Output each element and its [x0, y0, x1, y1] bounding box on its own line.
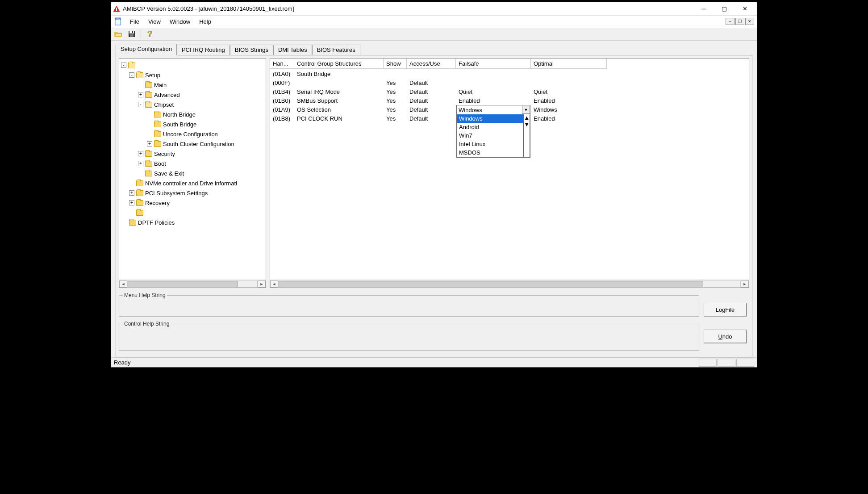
- tab-bios-features[interactable]: BIOS Features: [312, 45, 360, 55]
- scroll-right-button[interactable]: ►: [741, 280, 749, 288]
- mdi-restore-button[interactable]: ❐: [735, 18, 744, 25]
- col-optimal[interactable]: Optimal: [531, 59, 607, 69]
- scroll-thumb[interactable]: [279, 281, 703, 287]
- tree-node-recovery[interactable]: Recovery: [145, 200, 170, 206]
- dropdown-option[interactable]: Win7: [457, 131, 523, 140]
- tree-pane: - -Setup Main +Advanced -Chipset North B…: [119, 58, 266, 288]
- scroll-down-button[interactable]: ▼: [524, 121, 530, 128]
- table-hscroll[interactable]: ◄ ►: [270, 280, 749, 288]
- folder-icon: [154, 141, 161, 147]
- svg-rect-8: [130, 34, 134, 37]
- tree-node-south-bridge[interactable]: South Bridge: [163, 121, 196, 128]
- menu-window[interactable]: Window: [165, 17, 195, 26]
- dropdown-option[interactable]: MSDOS: [457, 148, 523, 157]
- maximize-button[interactable]: ▢: [714, 3, 734, 15]
- menu-file[interactable]: File: [125, 17, 144, 26]
- scroll-thumb[interactable]: [128, 281, 238, 287]
- table-row[interactable]: (01A0)South Bridge: [270, 69, 749, 78]
- tree-node-nvme[interactable]: NVMe controller and Drive informati: [145, 180, 237, 187]
- table-body: (01A0)South Bridge (000F)YesDefault (01B…: [270, 69, 749, 280]
- tree-node-north-bridge[interactable]: North Bridge: [163, 111, 196, 118]
- tree-node-save-exit[interactable]: Save & Exit: [154, 170, 184, 177]
- scroll-track[interactable]: [278, 280, 741, 288]
- undo-button[interactable]: Undo: [704, 330, 747, 343]
- dropdown-arrow-button[interactable]: ▼: [522, 106, 530, 114]
- table-row[interactable]: (01B4)Serial IRQ ModeYesDefaultQuietQuie…: [270, 87, 749, 96]
- tree-node-dptf[interactable]: DPTF Policies: [138, 219, 175, 226]
- tree-node-uncore[interactable]: Uncore Configuration: [163, 131, 218, 138]
- table-row[interactable]: (000F)YesDefault: [270, 78, 749, 87]
- expander-icon[interactable]: +: [138, 161, 143, 166]
- tab-dmi-tables[interactable]: DMI Tables: [273, 45, 312, 55]
- tab-bios-strings[interactable]: BIOS Strings: [230, 45, 273, 55]
- menu-help-group: Menu Help String: [119, 295, 699, 317]
- chevron-down-icon: ▼: [524, 108, 528, 112]
- save-disk-icon: [128, 30, 135, 38]
- expander-icon[interactable]: +: [138, 151, 143, 156]
- toolbar-separator: [141, 29, 141, 38]
- mdi-minimize-button[interactable]: –: [726, 18, 734, 25]
- folder-icon: [145, 151, 152, 157]
- help-button[interactable]: ?: [145, 29, 155, 39]
- menu-help[interactable]: Help: [195, 17, 216, 26]
- scroll-track[interactable]: [127, 280, 258, 288]
- scroll-left-button[interactable]: ◄: [119, 280, 127, 288]
- expander-icon[interactable]: -: [121, 63, 126, 68]
- col-show[interactable]: Show: [384, 59, 407, 69]
- scroll-up-button[interactable]: ▲: [524, 114, 530, 121]
- expander-icon[interactable]: +: [129, 200, 134, 205]
- tree-node-main[interactable]: Main: [154, 82, 167, 88]
- col-failsafe[interactable]: Failsafe: [456, 59, 531, 69]
- minimize-button[interactable]: ─: [693, 3, 714, 15]
- failsafe-dropdown[interactable]: Windows ▼ Windows Android Win7 Intel Lin…: [456, 105, 530, 158]
- folder-icon: [145, 171, 152, 176]
- folder-icon: [145, 92, 152, 98]
- folder-icon: [136, 200, 143, 206]
- col-access[interactable]: Access/Use: [407, 59, 456, 69]
- svg-text:?: ?: [147, 30, 152, 38]
- dropdown-scrollbar[interactable]: ▲ ▼: [523, 114, 530, 157]
- save-button[interactable]: [126, 29, 137, 39]
- tab-pci-irq-routing[interactable]: PCI IRQ Routing: [177, 45, 230, 55]
- dropdown-option[interactable]: Windows: [457, 114, 523, 123]
- svg-rect-1: [116, 8, 117, 10]
- folder-open-icon: [128, 63, 135, 68]
- tree-node-boot[interactable]: Boot: [154, 160, 166, 167]
- open-button[interactable]: [113, 29, 124, 39]
- scroll-right-button[interactable]: ►: [258, 280, 266, 288]
- dropdown-option[interactable]: Intel Linux: [457, 140, 523, 148]
- tree-node-security[interactable]: Security: [154, 151, 175, 157]
- content-area: Setup Configuration PCI IRQ Routing BIOS…: [111, 41, 757, 357]
- tree-node-south-cluster[interactable]: South Cluster Configuration: [163, 141, 234, 147]
- status-bar: Ready: [111, 357, 757, 367]
- scroll-left-button[interactable]: ◄: [270, 280, 278, 288]
- control-help-label: Control Help String: [123, 321, 171, 327]
- table-row[interactable]: (01B0)SMBus SupportYesDefaultEnabledEnab…: [270, 96, 749, 105]
- tree-node-advanced[interactable]: Advanced: [154, 92, 180, 98]
- folder-icon: [145, 82, 152, 88]
- expander-icon[interactable]: -: [138, 102, 143, 107]
- tree-node-pci-subsystem[interactable]: PCI Subsystem Settings: [145, 190, 208, 197]
- expander-icon[interactable]: -: [129, 72, 134, 78]
- close-button[interactable]: ✕: [734, 3, 755, 15]
- table-pane: Han... Control Group Structures Show Acc…: [270, 58, 749, 288]
- col-control-group[interactable]: Control Group Structures: [294, 59, 384, 69]
- expander-icon[interactable]: +: [138, 92, 143, 97]
- mdi-close-button[interactable]: ✕: [745, 18, 754, 25]
- logfile-button[interactable]: LogFile: [704, 303, 747, 316]
- tab-setup-configuration[interactable]: Setup Configuration: [116, 44, 177, 55]
- dropdown-option[interactable]: Android: [457, 123, 523, 131]
- tab-strip: Setup Configuration PCI IRQ Routing BIOS…: [116, 43, 752, 55]
- dropdown-selected: Windows: [457, 107, 522, 113]
- tree-node-chipset[interactable]: Chipset: [154, 101, 174, 108]
- tree-view[interactable]: - -Setup Main +Advanced -Chipset North B…: [119, 59, 266, 280]
- tree-hscroll[interactable]: ◄ ►: [119, 280, 266, 288]
- menu-view[interactable]: View: [144, 17, 165, 26]
- expander-icon[interactable]: +: [129, 190, 134, 196]
- folder-icon: [145, 161, 152, 167]
- expander-icon[interactable]: +: [147, 141, 152, 147]
- folder-icon: [136, 180, 143, 186]
- window-title: AMIBCP Version 5.02.0023 - [afuwin_20180…: [123, 5, 693, 12]
- tree-node-setup[interactable]: Setup: [145, 72, 160, 79]
- col-han[interactable]: Han...: [270, 59, 294, 69]
